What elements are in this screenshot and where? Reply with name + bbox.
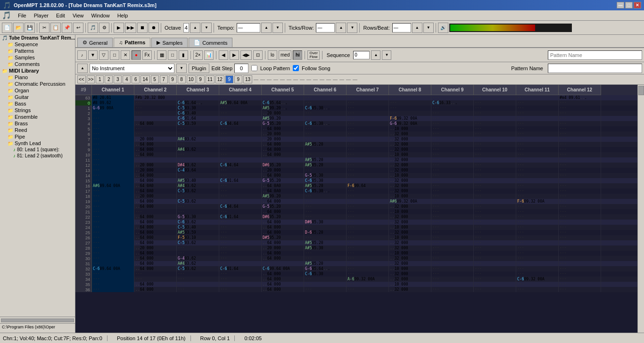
tree-bass[interactable]: 📁 Bass	[0, 100, 75, 107]
sequence-input[interactable]	[353, 51, 370, 59]
list-item[interactable]: ..64 000	[262, 220, 304, 225]
list-item[interactable]: ···	[559, 204, 601, 209]
list-item[interactable]: A-6 09.32 00A	[347, 277, 389, 282]
list-item[interactable]: ···	[474, 194, 516, 199]
list-item[interactable]: ..10 000	[389, 266, 431, 271]
list-item[interactable]: ···	[516, 230, 559, 235]
menu-view[interactable]: View	[69, 12, 88, 19]
list-item[interactable]: ..64 0A0	[134, 183, 177, 188]
scroll-thumb[interactable]	[638, 86, 644, 95]
inst-btn[interactable]: □	[110, 50, 119, 60]
list-item[interactable]: ···	[559, 178, 601, 183]
list-item[interactable]: #m4 09.61 ...	[559, 95, 601, 100]
table-row[interactable]: 63#8 20.61F#b 20.32 B00·················…	[75, 95, 637, 100]
table-row[interactable]: 4···..64 000C-5 03.59C-6 04.64G-5 05.20C…	[75, 121, 637, 126]
list-item[interactable]: C-6 05.30 ...	[304, 121, 347, 126]
rows-input[interactable]	[392, 23, 411, 33]
list-item[interactable]: ···	[92, 163, 134, 168]
list-item[interactable]: ..20 000	[134, 194, 177, 199]
pat-9-active[interactable]: 9	[225, 75, 233, 83]
list-item[interactable]: A#5 05.20	[304, 142, 347, 147]
list-item[interactable]: F-6 09.32 00A	[389, 116, 431, 121]
list-item[interactable]: C-6 05.30 ...	[304, 106, 347, 111]
list-item[interactable]: ···	[431, 178, 474, 183]
list-item[interactable]: ···	[177, 251, 219, 256]
list-item[interactable]: ···	[177, 287, 219, 292]
list-item[interactable]: ···	[177, 282, 219, 287]
list-item[interactable]: D#5 05.20	[262, 235, 304, 240]
list-item[interactable]: ···	[92, 287, 134, 292]
list-item[interactable]: ···	[177, 173, 219, 178]
tree-strings[interactable]: 📁 Strings	[0, 107, 75, 114]
list-item[interactable]: ···	[304, 111, 347, 116]
list-item[interactable]: C-6 01.64	[219, 214, 262, 220]
list-item[interactable]: C-6 09.32 00A	[516, 277, 559, 282]
list-item[interactable]: ···	[559, 277, 601, 282]
list-item[interactable]: ···	[304, 194, 347, 199]
list-item[interactable]: ···	[92, 168, 134, 173]
table-row[interactable]: 0#8 09.62···C-6 01.64 ...A#5 09.64 00AC-…	[75, 100, 637, 106]
list-item[interactable]: ..64 000	[134, 230, 177, 235]
list-item[interactable]: ···	[431, 245, 474, 251]
list-item[interactable]: ···	[516, 204, 559, 209]
list-item[interactable]: A#4 03.62	[177, 137, 219, 142]
list-item[interactable]: ···	[559, 230, 601, 235]
list-item[interactable]: ···	[262, 261, 304, 266]
list-item[interactable]: ···	[347, 240, 389, 245]
list-item[interactable]: ..10 000	[389, 225, 431, 230]
list-item[interactable]: ···	[516, 282, 559, 287]
list-item[interactable]: ···	[474, 282, 516, 287]
list-item[interactable]: ···	[134, 106, 177, 111]
list-item[interactable]: D#4 03.62	[177, 163, 219, 168]
panning-btn[interactable]: ▽	[99, 50, 108, 60]
list-item[interactable]: ..10 000	[389, 235, 431, 240]
list-item[interactable]: G-6 09 00A	[92, 106, 134, 111]
ch-header-4[interactable]: Channel 4	[219, 85, 262, 95]
list-item[interactable]: ···	[474, 251, 516, 256]
list-item[interactable]: ···	[389, 111, 431, 116]
table-row[interactable]: 21············..64 000······..10 000····…	[75, 209, 637, 214]
table-row[interactable]: 24···..64 000C-5 03.40···..64 000······.…	[75, 225, 637, 230]
list-item[interactable]: ···	[516, 214, 559, 220]
ch-header-7[interactable]: Channel 7	[347, 85, 389, 95]
table-row[interactable]: 35···..64 000······..64 000······..10 00…	[75, 282, 637, 287]
list-item[interactable]: ..64 000	[134, 152, 177, 157]
list-item[interactable]: ..64 000	[134, 121, 177, 126]
list-item[interactable]: ..10 000	[389, 126, 431, 131]
list-item[interactable]: C-6 05.30	[304, 271, 347, 277]
list-item[interactable]: ···	[516, 287, 559, 292]
list-item[interactable]: ..32 000	[389, 168, 431, 173]
list-item[interactable]: ···	[177, 271, 219, 277]
list-item[interactable]: ..64 0A0	[134, 188, 177, 194]
list-item[interactable]: ···	[347, 178, 389, 183]
pat-5[interactable]: 5	[151, 75, 159, 83]
list-item[interactable]: ..32 000	[389, 183, 431, 188]
list-item[interactable]: C-6 01.64 ...	[177, 100, 219, 106]
tree-lead1[interactable]: ♪ 80: Lead 1 (square):	[0, 147, 75, 153]
list-item[interactable]: ..32 000	[389, 220, 431, 225]
list-item[interactable]: C-5 03.30	[177, 106, 219, 111]
pat-2[interactable]: 2	[105, 75, 113, 83]
list-item[interactable]: ···	[219, 116, 262, 121]
list-item[interactable]: A#5 05.20	[304, 240, 347, 245]
list-item[interactable]: ···	[347, 245, 389, 251]
list-item[interactable]: ···	[559, 287, 601, 292]
list-item[interactable]: G-5 05.20	[262, 121, 304, 126]
list-item[interactable]: ..64 0A0	[262, 183, 304, 188]
list-item[interactable]: ..20 000	[262, 245, 304, 251]
ch-header-10[interactable]: Channel 10	[474, 85, 516, 95]
list-item[interactable]: ···	[92, 209, 134, 214]
pat-9a[interactable]: 9	[169, 75, 177, 83]
list-item[interactable]: ···	[559, 209, 601, 214]
list-item[interactable]: ···	[431, 142, 474, 147]
list-item[interactable]: ···	[347, 126, 389, 131]
list-item[interactable]: ···	[177, 157, 219, 163]
list-item[interactable]: ···	[516, 220, 559, 225]
list-item[interactable]: ···	[474, 183, 516, 188]
tree-midi-library[interactable]: 📁 MIDI Library	[0, 67, 75, 74]
list-item[interactable]: #8 20.61	[92, 95, 134, 100]
list-item[interactable]: ···	[92, 220, 134, 225]
ch-header-3[interactable]: Channel 3	[177, 85, 219, 95]
list-item[interactable]: C-6 05.30 ...	[304, 188, 347, 194]
table-row[interactable]: 22···..64 000G-5 03.30C-6 01.64D#6 05.20…	[75, 214, 637, 220]
